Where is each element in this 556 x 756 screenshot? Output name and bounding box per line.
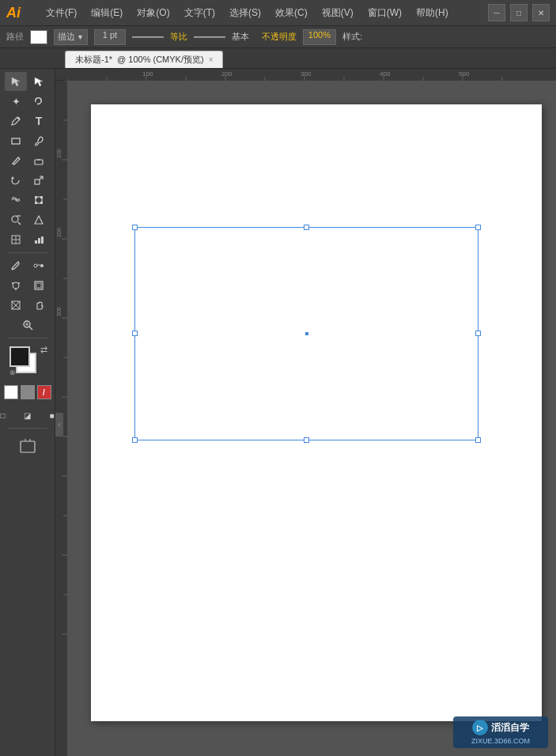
maximize-button[interactable]: □ (510, 4, 528, 21)
minimize-button[interactable]: ─ (488, 4, 505, 21)
color-swatch-area[interactable]: ⇄ ⊕ (8, 345, 47, 378)
tool-row-4 (5, 131, 50, 150)
handle-middle-left[interactable] (132, 331, 138, 336)
svg-text:200: 200 (221, 70, 233, 77)
free-transform-tool[interactable] (28, 191, 50, 210)
graph-tool[interactable] (28, 230, 50, 249)
svg-text:300: 300 (56, 307, 62, 316)
color-reset-button[interactable]: ⊕ (9, 369, 47, 376)
direct-selection-tool[interactable] (28, 72, 50, 91)
stroke-dropdown[interactable]: 描边 ▼ (54, 29, 88, 45)
svg-point-20 (13, 282, 19, 289)
close-button[interactable]: ✕ (532, 4, 550, 21)
menu-window[interactable]: 窗口(W) (361, 3, 408, 23)
selection-tool[interactable] (5, 72, 27, 91)
handle-top-center[interactable] (304, 225, 309, 230)
svg-text:100: 100 (56, 149, 62, 158)
tab-bar: 未标题-1* @ 100% (CMYK/预览) × (0, 48, 556, 69)
screen-mode-btn2[interactable]: ◪ (17, 406, 39, 425)
collapse-panel-handle[interactable]: ‹ (55, 413, 63, 437)
handle-top-left[interactable] (132, 225, 138, 230)
eraser-tool[interactable] (28, 151, 50, 170)
opacity-input[interactable]: 100% (303, 29, 336, 45)
svg-point-19 (40, 264, 43, 267)
artboard-container[interactable] (67, 81, 556, 756)
slice-tool[interactable] (5, 296, 27, 315)
menu-file[interactable]: 文件(F) (40, 3, 83, 23)
warp-tool[interactable] (5, 191, 27, 210)
svg-rect-16 (41, 236, 43, 244)
svg-rect-25 (36, 283, 41, 288)
canvas-area[interactable]: 100 200 300 400 500 (55, 69, 556, 756)
shape-builder-tool[interactable] (5, 210, 27, 229)
handle-bottom-center[interactable] (304, 437, 309, 443)
fill-swatch[interactable] (30, 30, 47, 44)
ai-logo: Ai (6, 5, 30, 21)
screen-mode-btn3[interactable]: ■ (41, 406, 56, 425)
pencil-tool[interactable] (5, 151, 27, 170)
artboard-mode-btn[interactable] (17, 437, 39, 455)
screen-mode-btn1[interactable]: □ (0, 406, 14, 425)
zoom-tool[interactable] (17, 316, 39, 335)
svg-rect-1 (12, 138, 20, 144)
artboard[interactable] (91, 104, 542, 721)
title-bar-right: ─ □ ✕ (488, 4, 550, 21)
white-fill-swatch[interactable] (4, 385, 18, 399)
path-label: 路径 (6, 31, 24, 43)
menu-text[interactable]: 文字(T) (178, 3, 221, 23)
perspective-tool[interactable] (28, 210, 50, 229)
center-point (305, 332, 308, 335)
ruler-top: 100 200 300 400 500 (55, 69, 556, 81)
tab-close-button[interactable]: × (209, 55, 214, 64)
stroke-preview (132, 36, 164, 38)
hand-tool[interactable] (28, 296, 50, 315)
artboard-tool-btn[interactable] (28, 276, 50, 295)
menu-effect[interactable]: 效果(C) (269, 3, 314, 23)
tab-info: @ 100% (CMYK/预览) (117, 54, 204, 66)
magic-wand-tool[interactable]: ✦ (5, 92, 27, 111)
scale-tool[interactable] (28, 171, 50, 190)
handle-bottom-right[interactable] (475, 437, 481, 443)
color-swap-button[interactable]: ⇄ (40, 345, 47, 355)
style-label: 样式: (342, 31, 362, 43)
svg-text:500: 500 (459, 70, 470, 77)
svg-rect-15 (38, 238, 40, 244)
stroke-width-input[interactable]: 1 pt (94, 29, 126, 45)
handle-middle-right[interactable] (475, 331, 481, 336)
svg-line-28 (29, 327, 32, 330)
lasso-tool[interactable] (28, 92, 50, 111)
tool-row-6 (5, 171, 50, 190)
eyedropper-tool[interactable] (5, 256, 27, 275)
watermark-name: 滔滔自学 (491, 721, 529, 735)
base-label: 基本 (232, 31, 249, 43)
svg-rect-3 (35, 180, 40, 184)
symbol-sprayer-tool[interactable] (5, 276, 27, 295)
svg-text:200: 200 (56, 228, 62, 237)
document-tab[interactable]: 未标题-1* @ 100% (CMYK/预览) × (65, 51, 223, 68)
selected-rectangle[interactable] (134, 227, 478, 440)
none-swatch[interactable]: / (37, 385, 51, 399)
foreground-color-swatch[interactable] (9, 346, 30, 367)
mesh-tool[interactable] (5, 230, 27, 249)
svg-rect-8 (40, 202, 43, 204)
title-bar: Ai 文件(F) 编辑(E) 对象(O) 文字(T) 选择(S) 效果(C) 视… (0, 0, 556, 26)
menu-help[interactable]: 帮助(H) (410, 3, 455, 23)
menu-view[interactable]: 视图(V) (316, 3, 360, 23)
svg-rect-7 (35, 202, 37, 204)
rotate-tool[interactable] (5, 171, 27, 190)
svg-rect-2 (35, 160, 43, 164)
gray-swatch[interactable] (21, 385, 35, 399)
menu-object[interactable]: 对象(O) (130, 3, 176, 23)
tool-row-3: T (5, 112, 50, 130)
blend-tool[interactable] (28, 256, 50, 275)
handle-bottom-left[interactable] (132, 437, 138, 443)
rectangle-tool[interactable] (5, 131, 27, 150)
pen-tool[interactable] (5, 112, 27, 130)
paintbrush-tool[interactable] (28, 131, 50, 150)
text-tool[interactable]: T (28, 112, 50, 130)
tool-row-11 (5, 276, 50, 295)
menu-edit[interactable]: 编辑(E) (85, 3, 129, 23)
handle-top-right[interactable] (475, 225, 481, 230)
svg-rect-31 (21, 441, 35, 452)
menu-select[interactable]: 选择(S) (223, 3, 267, 23)
